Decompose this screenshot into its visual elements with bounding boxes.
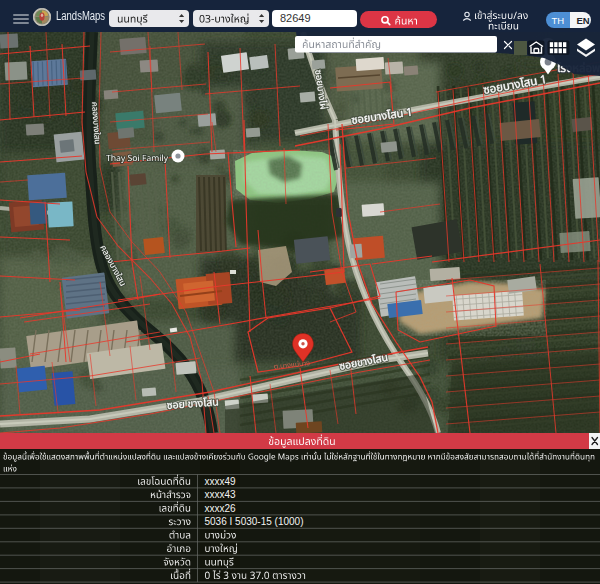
svg-text:xxxx26: xxxx26	[205, 503, 237, 514]
svg-text:5036 I 5030-15 (1000): 5036 I 5030-15 (1000)	[205, 516, 304, 527]
svg-text:xxxx49: xxxx49	[205, 476, 237, 487]
svg-text:xxxx43: xxxx43	[205, 489, 237, 500]
